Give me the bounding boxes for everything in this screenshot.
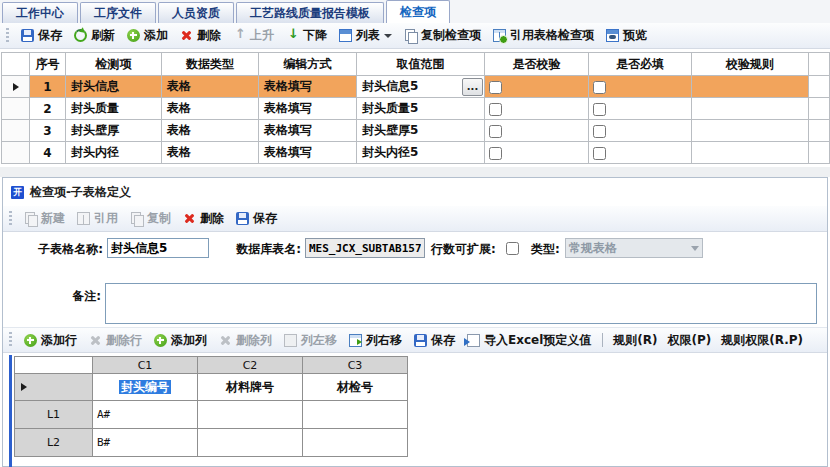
cell-edit-mode[interactable]: 表格填写 [259, 98, 357, 120]
cell-edit-mode[interactable]: 表格填写 [259, 76, 357, 98]
grid-row-header[interactable]: L1 [15, 401, 93, 429]
row-selector-cell[interactable] [2, 142, 30, 164]
header-verify[interactable]: 是否校验 [485, 53, 589, 76]
cell-rule[interactable] [692, 76, 809, 98]
delete-subtable-button[interactable]: 删除 [178, 208, 229, 229]
grid-cell[interactable] [198, 429, 303, 457]
add-button[interactable]: 添加 [122, 25, 173, 46]
grid-cell[interactable] [198, 401, 303, 429]
row-selector-cell[interactable] [2, 76, 30, 98]
row-expandable-checkbox[interactable] [506, 242, 519, 255]
preview-button[interactable]: 预览 [601, 25, 652, 46]
verify-checkbox[interactable] [489, 147, 502, 160]
add-col-button[interactable]: 添加列 [149, 330, 212, 351]
grid-field-row[interactable]: 封头编号 材料牌号 材检号 [15, 374, 408, 401]
row-selector-cell[interactable] [2, 98, 30, 120]
delete-row-button[interactable]: 删除行 [84, 330, 147, 351]
cell-rule[interactable] [692, 142, 809, 164]
reference-button[interactable]: 引用 [72, 208, 123, 229]
cell-data-type[interactable]: 表格 [162, 76, 259, 98]
cell-item[interactable]: 封头信息 [66, 76, 162, 98]
save-button[interactable]: 保存 [16, 25, 67, 46]
grid-col-header[interactable]: C1 [93, 357, 198, 374]
cell-range[interactable]: 封头质量5 [357, 98, 485, 120]
grid-cell-field[interactable]: 材料牌号 [198, 374, 303, 401]
copy-check-item-button[interactable]: 复制检查项 [399, 25, 486, 46]
cell-data-type[interactable]: 表格 [162, 120, 259, 142]
table-row-2[interactable]: 2 封头质量 表格 表格填写 封头质量5 [2, 98, 830, 120]
cell-rule[interactable] [692, 120, 809, 142]
grid-corner-cell[interactable] [15, 357, 93, 374]
header-seq[interactable]: 序号 [30, 53, 66, 76]
grid-row-L1[interactable]: L1 A# [15, 401, 408, 429]
move-down-button[interactable]: 下降 [281, 25, 332, 46]
table-row-3[interactable]: 3 封头壁厚 表格 表格填写 封头壁厚5 [2, 120, 830, 142]
header-edit-mode[interactable]: 编辑方式 [259, 53, 357, 76]
verify-checkbox[interactable] [489, 125, 502, 138]
table-row-4[interactable]: 4 封头内径 表格 表格填写 封头内径5 [2, 142, 830, 164]
col-right-button[interactable]: 列右移 [344, 330, 407, 351]
cell-seq[interactable]: 4 [30, 142, 66, 164]
cell-item[interactable]: 封头壁厚 [66, 120, 162, 142]
grid-cell[interactable]: A# [93, 401, 198, 429]
required-checkbox[interactable] [593, 125, 606, 138]
db-table-input[interactable] [305, 238, 425, 258]
cell-range[interactable]: 封头壁厚5 [357, 120, 485, 142]
grid-cell-field[interactable]: 封头编号 [93, 374, 198, 401]
required-checkbox[interactable] [593, 103, 606, 116]
tab-personnel[interactable]: 人员资质 [158, 2, 234, 23]
rule-permissions-button[interactable]: 规则权限(R.P) [717, 330, 807, 351]
cell-seq[interactable]: 1 [30, 76, 66, 98]
range-picker-button[interactable]: ... [462, 78, 483, 96]
save-grid-button[interactable]: 保存 [409, 330, 460, 351]
grid-cell-field[interactable]: 材检号 [303, 374, 408, 401]
add-row-button[interactable]: 添加行 [19, 330, 82, 351]
cell-seq[interactable]: 3 [30, 120, 66, 142]
verify-checkbox[interactable] [489, 103, 502, 116]
grid-row-L2[interactable]: L2 B# [15, 429, 408, 457]
header-item[interactable]: 检测项 [66, 53, 162, 76]
tab-check-items[interactable]: 检查项 [386, 0, 450, 23]
header-required[interactable]: 是否必填 [589, 53, 692, 76]
required-checkbox[interactable] [593, 147, 606, 160]
tab-route-quality-report-template[interactable]: 工艺路线质量报告模板 [236, 2, 384, 23]
refresh-button[interactable]: 刷新 [69, 25, 120, 46]
permissions-button[interactable]: 权限(P) [664, 330, 716, 351]
required-checkbox[interactable] [593, 81, 606, 94]
header-range[interactable]: 取值范围 [357, 53, 485, 76]
move-up-button[interactable]: 上升 [228, 25, 279, 46]
grid-cell[interactable] [303, 429, 408, 457]
delete-col-button[interactable]: 删除列 [214, 330, 277, 351]
grid-row-header[interactable]: L2 [15, 429, 93, 457]
save-subtable-button[interactable]: 保存 [231, 208, 282, 229]
type-select[interactable]: 常规表格 [565, 238, 703, 258]
remark-textarea[interactable] [105, 283, 817, 324]
cell-range[interactable]: 封头信息5 ... [357, 76, 485, 98]
header-rule[interactable]: 校验规则 [692, 53, 809, 76]
row-selector-cell[interactable] [2, 120, 30, 142]
grid-cell[interactable] [303, 401, 408, 429]
cell-item[interactable]: 封头内径 [66, 142, 162, 164]
tab-work-center[interactable]: 工作中心 [2, 2, 78, 23]
table-row-1[interactable]: 1 封头信息 表格 表格填写 封头信息5 ... [2, 76, 830, 98]
rules-button[interactable]: 规则(R) [609, 330, 661, 351]
cell-edit-mode[interactable]: 表格填写 [259, 142, 357, 164]
verify-checkbox[interactable] [489, 81, 502, 94]
header-data-type[interactable]: 数据类型 [162, 53, 259, 76]
cell-data-type[interactable]: 表格 [162, 142, 259, 164]
cell-rule[interactable] [692, 98, 809, 120]
grid-col-header[interactable]: C3 [303, 357, 408, 374]
ref-table-check-item-button[interactable]: 引用表格检查项 [488, 25, 599, 46]
cell-data-type[interactable]: 表格 [162, 98, 259, 120]
cell-item[interactable]: 封头质量 [66, 98, 162, 120]
cell-seq[interactable]: 2 [30, 98, 66, 120]
cell-range[interactable]: 封头内径5 [357, 142, 485, 164]
list-view-button[interactable]: 列表 [334, 25, 397, 46]
grid-col-header[interactable]: C2 [198, 357, 303, 374]
new-button[interactable]: 新建 [19, 208, 70, 229]
import-excel-button[interactable]: 导入Excel预定义值 [462, 330, 596, 351]
tab-process-files[interactable]: 工序文件 [80, 2, 156, 23]
grid-row-header[interactable] [15, 374, 93, 401]
col-left-button[interactable]: 列左移 [279, 330, 342, 351]
cell-edit-mode[interactable]: 表格填写 [259, 120, 357, 142]
